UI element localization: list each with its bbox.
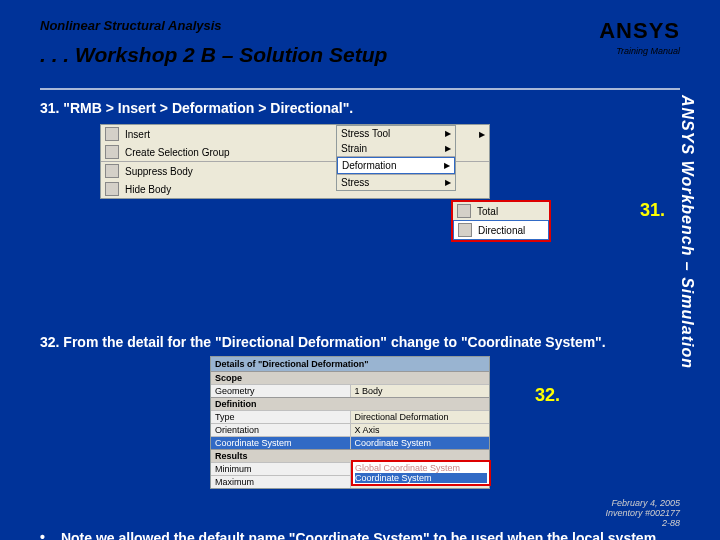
menu-item-label: Strain — [341, 143, 367, 154]
insert-icon — [105, 127, 119, 141]
dropdown-option[interactable]: Coordinate System — [355, 473, 487, 483]
prop-label: Coordinate System — [211, 437, 351, 449]
menu-item-label: Create Selection Group — [125, 147, 230, 158]
menu-item-label: Suppress Body — [125, 166, 193, 177]
group-icon — [105, 145, 119, 159]
prop-label: Orientation — [211, 424, 351, 436]
menu-item-label: Deformation — [342, 160, 396, 171]
prop-value: X Axis — [351, 424, 490, 436]
step-32: 32. From the detail for the "Directional… — [40, 334, 665, 350]
prop-value[interactable]: Coordinate System — [351, 437, 490, 449]
chevron-right-icon: ▶ — [479, 130, 485, 139]
submenu-insert[interactable]: Stress Tool▶ Strain▶ Deformation▶ Stress… — [336, 125, 456, 191]
callout-31: 31. — [640, 200, 665, 221]
sidebar-text: ANSYS Workbench – Simulation — [678, 95, 696, 369]
prop-value: 1 Body — [351, 385, 490, 397]
prop-value: Directional Deformation — [351, 411, 490, 423]
sidebar: ANSYS Workbench – Simulation — [678, 95, 700, 460]
footer-page: 2-88 — [605, 518, 680, 528]
footer-inventory: Inventory #002177 — [605, 508, 680, 518]
callout-32: 32. — [535, 385, 560, 406]
prop-label: Geometry — [211, 385, 351, 397]
hide-icon — [105, 182, 119, 196]
suppress-icon — [105, 164, 119, 178]
note: • Note we allowed the default name "Coor… — [40, 529, 665, 540]
directional-icon — [458, 223, 472, 237]
logo-text: ANSYS — [599, 18, 680, 44]
slide-title: . . . Workshop 2 B – Solution Setup — [40, 43, 680, 67]
footer: February 4, 2005 Inventory #002177 2-88 — [605, 498, 680, 528]
submenu-deformation[interactable]: Total Directional — [451, 200, 551, 242]
logo: ANSYS Training Manual — [599, 18, 680, 56]
menu-item-label: Hide Body — [125, 184, 171, 195]
chevron-right-icon: ▶ — [445, 144, 451, 153]
group-scope: Scope — [211, 371, 489, 384]
dropdown-option[interactable]: Global Coordinate System — [355, 463, 487, 473]
coord-dropdown[interactable]: Global Coordinate System Coordinate Syst… — [351, 460, 491, 486]
prop-label: Maximum — [211, 476, 351, 488]
course-subtitle: Nonlinear Structural Analysis — [40, 18, 680, 33]
chevron-right-icon: ▶ — [445, 178, 451, 187]
note-text: Note we allowed the default name "Coordi… — [61, 529, 665, 540]
bullet-icon: • — [40, 529, 45, 540]
chevron-right-icon: ▶ — [445, 129, 451, 138]
logo-subtitle: Training Manual — [599, 46, 680, 56]
menu-item-label: Total — [477, 206, 498, 217]
menu-item-label: Stress Tool — [341, 128, 390, 139]
menu-item-label: Directional — [478, 225, 525, 236]
menu-item-label: Insert — [125, 129, 150, 140]
prop-label: Type — [211, 411, 351, 423]
footer-date: February 4, 2005 — [605, 498, 680, 508]
chevron-right-icon: ▶ — [444, 161, 450, 170]
context-menu[interactable]: Insert▶ Create Selection Group Suppress … — [100, 124, 490, 199]
total-icon — [457, 204, 471, 218]
step-31: 31. "RMB > Insert > Deformation > Direct… — [40, 100, 665, 116]
menu-item-label: Stress — [341, 177, 369, 188]
details-panel[interactable]: Details of "Directional Deformation" Sco… — [210, 356, 490, 489]
divider — [40, 88, 680, 90]
group-definition: Definition — [211, 397, 489, 410]
details-title: Details of "Directional Deformation" — [211, 357, 489, 371]
prop-label: Minimum — [211, 463, 351, 475]
